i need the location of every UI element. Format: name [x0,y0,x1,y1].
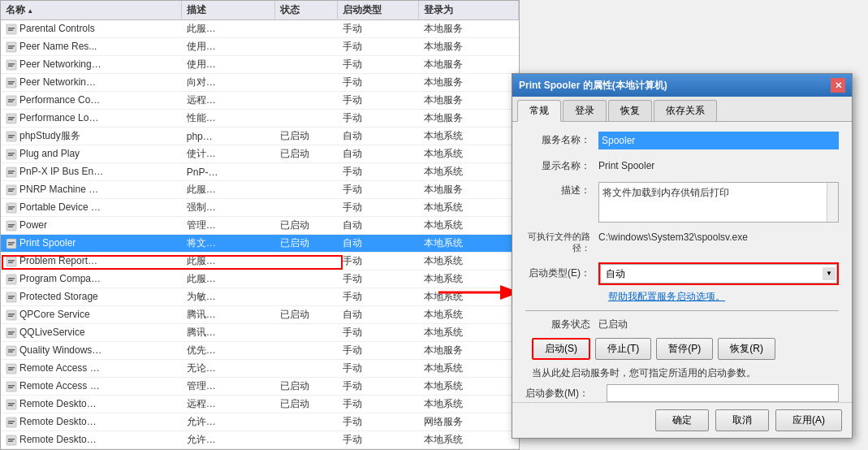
table-row[interactable]: Peer Name Res... 使用… 手动 本地服务 [1,38,519,56]
svg-rect-9 [6,78,16,88]
cell-desc: 允许… [182,431,275,449]
cell-start: 手动 [338,92,419,110]
svg-rect-24 [6,167,16,177]
table-row[interactable]: Program Compa… 此服… 手动 本地系统 [1,270,519,288]
cell-login: 本地系统 [419,128,519,145]
cell-status [275,38,338,56]
svg-rect-56 [8,351,13,353]
ok-button[interactable]: 确定 [655,409,709,431]
resume-button[interactable]: 恢复(R) [718,338,775,360]
cell-login: 本地系统 [419,378,519,396]
table-row[interactable]: Quality Windows… 优先… 手动 本地服务 [1,342,519,360]
table-row[interactable]: Parental Controls 此服… 手动 本地服务 [1,20,519,38]
help-link[interactable]: 帮助我配置服务启动选项。 [608,290,839,304]
tab-dependencies[interactable]: 依存关系 [654,100,717,121]
pause-button[interactable]: 暂停(P) [656,338,713,360]
cell-status [275,270,338,288]
cell-start: 手动 [338,20,419,38]
cell-login: 本地系统 [419,306,519,324]
tab-general[interactable]: 常规 [517,100,561,122]
start-param-input[interactable] [607,384,839,402]
cell-login: 本地服务 [419,181,519,199]
table-row[interactable]: Problem Report… 此服… 手动 本地系统 [1,253,519,270]
cell-login: 本地服务 [419,342,519,360]
cell-status [275,163,338,181]
stop-button[interactable]: 停止(T) [595,338,651,360]
table-row[interactable]: PnP-X IP Bus En… PnP-… 手动 本地系统 [1,163,519,181]
cell-status: 已启动 [275,235,338,253]
table-row[interactable]: Power 管理… 已启动 自动 本地系统 [1,217,519,235]
table-row[interactable]: QQLiveService 腾讯… 手动 本地系统 [1,324,519,342]
startup-type-select[interactable]: 自动（延迟启动） 自动 手动 禁用 [600,264,837,283]
cell-desc: 此服… [182,20,275,38]
table-row[interactable]: Protected Storage 为敏… 手动 本地系统 [1,288,519,306]
desc-row: 描述： 将文件加载到内存供销后打印 [525,182,839,223]
tab-recovery[interactable]: 恢复 [608,100,652,121]
cell-login: 本地系统 [419,253,519,270]
start-button[interactable]: 启动(S) [532,338,590,360]
desc-scrollbar[interactable] [827,183,838,222]
col-header-desc[interactable]: 描述 [182,1,275,20]
svg-rect-30 [6,203,16,213]
svg-rect-23 [8,154,13,156]
table-row[interactable]: Print Spooler 将文… 已启动 自动 本地系统 [1,235,519,253]
dialog-titlebar: Print Spooler 的属性(本地计算机) ✕ [512,74,852,97]
cell-desc: 使用… [182,56,275,74]
cell-name: Print Spooler [1,235,182,253]
table-row[interactable]: Performance Lo… 性能… 手动 本地服务 [1,110,519,128]
cell-login: 本地系统 [419,270,519,288]
table-row[interactable]: QPCore Service 腾讯… 已启动 自动 本地系统 [1,306,519,324]
cell-status [275,110,338,128]
dialog-close-button[interactable]: ✕ [831,78,845,93]
cell-desc: 向对… [182,74,275,92]
cell-login: 网络服务 [419,413,519,431]
cell-status [275,181,338,199]
start-param-label: 启动参数(M)： [525,387,607,400]
cell-start: 自动 [338,128,419,145]
svg-rect-58 [8,367,15,369]
cell-name: Parental Controls [1,20,182,38]
svg-rect-21 [6,149,16,159]
svg-rect-42 [6,275,16,284]
cell-status: 已启动 [275,396,338,413]
cell-desc: 远程… [182,92,275,110]
table-row[interactable]: phpStudy服务 php… 已启动 自动 本地系统 [1,128,519,145]
cell-login: 本地系统 [419,360,519,378]
table-row[interactable]: Remote Deskto… 允许… 手动 网络服务 [1,413,519,431]
table-row[interactable]: Remote Access … 管理… 已启动 手动 本地系统 [1,378,519,396]
dialog-title: Print Spooler 的属性(本地计算机) [519,79,667,93]
cell-desc: 无论… [182,360,275,378]
cell-name: phpStudy服务 [1,128,182,145]
cancel-button[interactable]: 取消 [715,409,769,431]
table-row[interactable]: Portable Device … 强制… 手动 本地系统 [1,199,519,217]
svg-rect-37 [8,242,15,244]
cell-status: 已启动 [275,217,338,235]
cell-name: Plug and Play [1,145,182,163]
table-row[interactable]: Performance Co… 远程… 手动 本地服务 [1,92,519,110]
table-row[interactable]: Peer Networking… 使用… 手动 本地服务 [1,56,519,74]
dialog-content: 服务名称： Spooler 显示名称： Print Spooler 描述： 将文… [512,122,852,417]
apply-button[interactable]: 应用(A) [775,409,842,431]
cell-status [275,413,338,431]
svg-rect-20 [8,136,13,138]
tab-login[interactable]: 登录 [563,100,607,121]
svg-rect-52 [8,331,15,333]
table-row[interactable]: PNRP Machine … 此服… 手动 本地服务 [1,181,519,199]
svg-rect-44 [8,279,13,281]
table-row[interactable]: Remote Deskto… 远程… 已启动 手动 本地系统 [1,396,519,413]
cell-login: 本地服务 [419,92,519,110]
cell-desc: 此服… [182,253,275,270]
svg-rect-10 [8,81,15,83]
table-row[interactable]: Peer Networkin… 向对… 手动 本地服务 [1,74,519,92]
table-row[interactable]: Plug and Play 使计… 已启动 自动 本地系统 [1,145,519,163]
col-header-login[interactable]: 登录为 [419,1,519,20]
table-row[interactable]: Remote Access … 无论… 手动 本地系统 [1,360,519,378]
col-header-name[interactable]: 名称 [1,1,182,20]
cell-start: 自动 [338,306,419,324]
svg-rect-65 [8,405,13,406]
table-row[interactable]: Remote Deskto… 允许… 手动 本地系统 [1,431,519,449]
svg-rect-60 [6,382,16,392]
col-header-start[interactable]: 启动类型 [338,1,419,20]
col-header-status[interactable]: 状态 [275,1,338,20]
cell-status [275,324,338,342]
